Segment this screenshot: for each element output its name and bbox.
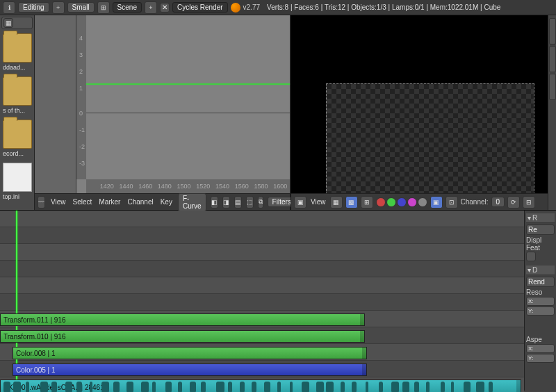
auto-icon[interactable]: ◨ [222, 196, 230, 209]
sequence-strip[interactable]: Transform.011 | 916 [0, 313, 365, 326]
scene-browse-icon[interactable]: ⊞ [97, 1, 110, 14]
feature-checkbox[interactable] [526, 252, 536, 261]
strip-label: Transform.011 | 916 [3, 316, 66, 324]
selected-only-icon[interactable]: ⬚ [246, 196, 254, 209]
blue-channel-toggle[interactable] [397, 197, 407, 207]
tool-button[interactable] [549, 74, 556, 100]
view-menu[interactable]: View [49, 198, 67, 206]
editor-type-icon[interactable]: ℹ [3, 1, 15, 14]
display-label: Displ [526, 236, 555, 244]
slot-icon[interactable]: ▩ [345, 196, 358, 209]
thumb-view-icon[interactable]: ▦ [3, 18, 13, 28]
channel-menu[interactable]: Channel [126, 198, 154, 206]
render-button[interactable]: Re [526, 224, 555, 235]
render-preview-canvas[interactable] [326, 83, 534, 202]
refresh-icon[interactable]: ⟳ [507, 196, 520, 209]
safe-areas-icon[interactable]: ⊡ [445, 196, 458, 209]
info-header: ℹ Editing + Small ⊞ Scene + ✕ Cycles Ren… [0, 0, 556, 15]
graph-editor: 4 3 2 1 0 -1 -2 -3 1420 1440 1460 1480 1… [35, 15, 291, 210]
file-item[interactable]: top.ini [1, 161, 33, 202]
graph-channel-list[interactable] [35, 15, 76, 193]
graph-x-axis: 1420 1440 1460 1480 1500 1520 1540 1560 … [86, 179, 290, 193]
bw-channel-toggle[interactable] [418, 197, 427, 207]
editor-type-icon[interactable]: 〰 [38, 196, 45, 209]
res-y-field[interactable]: Y: [526, 307, 555, 316]
green-channel-toggle[interactable] [386, 197, 396, 207]
file-item[interactable]: ddaad... [1, 32, 33, 72]
marker-menu[interactable]: Marker [97, 198, 122, 206]
scene-stats: Verts:8 | Faces:6 | Tris:12 | Objects:1/… [263, 3, 500, 11]
aspect-label: Aspe [526, 336, 555, 343]
scene-name-field[interactable]: Scene [113, 2, 142, 13]
mode-dropdown[interactable]: F-Curve [178, 193, 206, 211]
normalize-icon[interactable]: ◧ [211, 196, 218, 209]
tool-button[interactable] [549, 18, 556, 44]
file-label: ecord... [3, 150, 31, 157]
file-browser: ▦ ddaad... s of th... ecord... top.ini [0, 15, 35, 210]
preview-toolbar [548, 15, 556, 210]
render-preset-dropdown[interactable]: Rend [526, 277, 555, 287]
scene-add-icon[interactable]: + [145, 1, 157, 14]
show-sliders-icon[interactable]: ▤ [234, 196, 242, 209]
folder-icon [3, 76, 32, 106]
folder-icon [3, 33, 32, 63]
file-browser-header[interactable]: ▦ [1, 17, 33, 29]
strip-label: Transform.010 | 916 [3, 333, 66, 341]
strip-label: Color.005 | 1 [16, 366, 56, 374]
scene-delete-button[interactable]: ✕ [160, 3, 170, 13]
strip-handle-right[interactable] [516, 380, 521, 392]
file-label: s of th... [3, 107, 31, 114]
graph-y-axis: 4 3 2 1 0 -1 -2 -3 [76, 15, 86, 179]
sequence-strip[interactable]: Color.008 | 1 [13, 347, 367, 359]
sequence-strip[interactable]: Color.005 | 1 [13, 364, 367, 376]
bottom-editors-row: Transform.011 | 916Transform.010 | 916Co… [0, 210, 556, 391]
top-editors-row: ▦ ddaad... s of th... ecord... top.ini 4… [0, 15, 556, 210]
channel-label: Channel: [461, 198, 489, 206]
panel-header-dimensions[interactable]: ▾ D [526, 266, 555, 275]
preview-area: ▣ View ▦ ▩ ⊞ ▣ ⊡ Channel: 0 ⟳ ⊟ [291, 15, 548, 210]
proxy-icon[interactable]: ⊟ [523, 196, 535, 209]
ghost-icon[interactable]: ⧉ [258, 196, 263, 209]
strip-label: Color.008 | 1 [16, 350, 56, 357]
graph-editor-header: 〰 View Select Marker Channel Key F-Curve… [35, 193, 290, 210]
aspect-y-field[interactable]: Y: [526, 354, 555, 363]
res-x-field[interactable]: X: [526, 297, 555, 306]
channel-number-field[interactable]: 0 [491, 197, 505, 207]
overlay-icon[interactable]: ▣ [430, 196, 443, 209]
file-item[interactable]: ecord... [1, 118, 33, 158]
graph-zero-line [86, 113, 290, 113]
file-item[interactable]: s of th... [1, 75, 33, 115]
strip-handle-right[interactable] [360, 331, 364, 342]
layer-icon[interactable]: ⊞ [361, 196, 373, 209]
red-channel-toggle[interactable] [376, 197, 386, 207]
file-icon [3, 163, 32, 192]
folder-icon [3, 120, 32, 149]
video-sequence-editor[interactable]: Transform.011 | 916Transform.010 | 916Co… [0, 211, 524, 391]
select-menu[interactable]: Select [72, 198, 94, 206]
render-engine-dropdown[interactable]: Cycles Render [172, 2, 228, 13]
strip-handle-right[interactable] [360, 314, 364, 325]
graph-curve[interactable] [86, 83, 290, 85]
panel-header-render[interactable]: ▾ R [526, 213, 555, 223]
strip-handle-right[interactable] [362, 348, 366, 359]
blender-logo-icon [231, 3, 240, 13]
feature-label: Feat [526, 244, 555, 252]
display-channels [376, 197, 427, 207]
strip-handle-right[interactable] [362, 364, 366, 375]
tool-button[interactable] [549, 46, 556, 72]
properties-panel: ▾ R Re Displ Feat ▾ D Rend Reso X: Y: As… [524, 211, 556, 391]
add-layout-icon[interactable]: + [52, 1, 65, 14]
sequence-strip[interactable]: CKA003.wAvideosCKA...| 28461 [0, 379, 521, 392]
alpha-channel-toggle[interactable] [407, 197, 417, 207]
view-menu[interactable]: View [309, 198, 327, 206]
display-mode-icon[interactable]: ▦ [330, 196, 343, 209]
sequence-strip[interactable]: Transform.010 | 916 [0, 330, 365, 343]
key-menu[interactable]: Key [159, 198, 174, 206]
screen-layout-dropdown[interactable]: Editing [18, 2, 49, 13]
aspect-x-field[interactable]: X: [526, 344, 555, 353]
graph-plot-area[interactable]: 4 3 2 1 0 -1 -2 -3 1420 1440 1460 1480 1… [76, 15, 290, 193]
browse-dropdown[interactable]: Small [67, 2, 95, 13]
editor-type-icon[interactable]: ▣ [294, 196, 306, 209]
version-label: v2.77 [243, 3, 260, 11]
file-label: ddaad... [3, 64, 31, 71]
